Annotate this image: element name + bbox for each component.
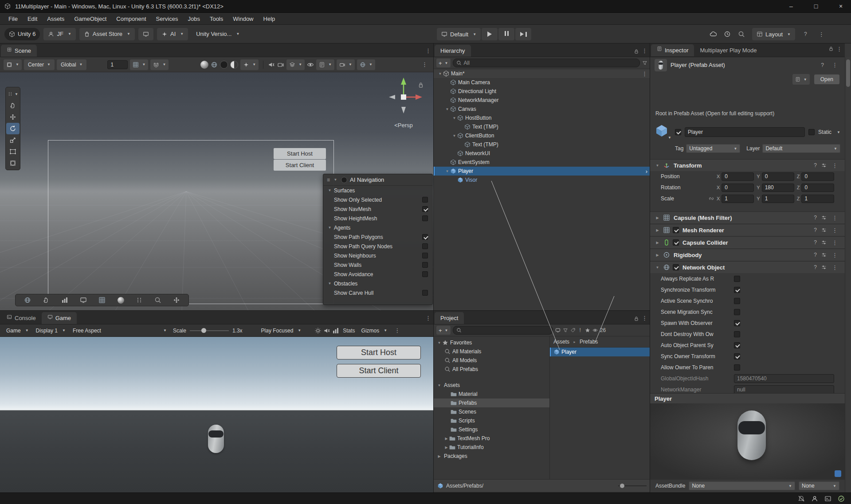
- cloud-icon[interactable]: [710, 31, 717, 38]
- help-icon[interactable]: ?: [819, 62, 826, 68]
- hierarchy-item-networkmanager[interactable]: NetworkManager: [434, 96, 650, 105]
- help-icon[interactable]: ?: [812, 227, 819, 233]
- show-path-polygons-checkbox[interactable]: [422, 234, 428, 240]
- play-focused-dropdown[interactable]: Play Focused ▼: [259, 326, 304, 336]
- orientation-dropdown[interactable]: Global ▼: [57, 59, 87, 70]
- scale-z-field[interactable]: 1: [801, 195, 834, 203]
- auto-object-parent-sync-checkbox[interactable]: [734, 342, 740, 348]
- undo-history-icon[interactable]: [724, 31, 731, 38]
- component-menu-icon[interactable]: ⋮: [829, 239, 840, 246]
- hierarchy-item-text-tmp-1[interactable]: Text (TMP): [434, 122, 650, 131]
- version-control-dropdown[interactable]: Unity Versio... ▼: [192, 28, 244, 40]
- rotation-x-field[interactable]: 0: [722, 184, 754, 192]
- tab-hierarchy[interactable]: Hierarchy: [435, 45, 471, 57]
- thumbnail-zoom-slider[interactable]: [618, 482, 647, 489]
- help-icon[interactable]: ?: [812, 215, 819, 221]
- game-toolbar-menu-icon[interactable]: ⋮: [392, 327, 403, 334]
- project-folder-textmeshpro[interactable]: ▶ TextMesh Pro: [434, 434, 549, 443]
- tab-inspector[interactable]: Inspector: [651, 44, 694, 56]
- inspector-menu-icon[interactable]: ⋮: [834, 46, 845, 52]
- play-button[interactable]: [482, 28, 498, 40]
- help-icon[interactable]: ?: [812, 252, 819, 258]
- view-tool-button[interactable]: [6, 100, 20, 111]
- orientation-icon[interactable]: [24, 297, 31, 304]
- scrollbar-thumb[interactable]: [846, 59, 850, 87]
- gizmo-lock-icon[interactable]: [418, 82, 424, 88]
- show-neighbours-checkbox[interactable]: [422, 253, 428, 258]
- properties-dropdown[interactable]: ▼: [792, 74, 810, 85]
- synchronize-transform-checkbox[interactable]: [734, 287, 740, 293]
- link-scale-icon[interactable]: [709, 196, 714, 201]
- hierarchy-item-visor[interactable]: Visor: [434, 176, 650, 184]
- show-heightmesh-checkbox[interactable]: [422, 215, 428, 221]
- component-menu-icon[interactable]: ⋮: [829, 264, 840, 271]
- tab-game[interactable]: Game: [42, 312, 77, 324]
- tools-overlay-dropdown[interactable]: ▼: [6, 88, 20, 100]
- position-x-field[interactable]: 0: [722, 172, 754, 181]
- network-object-enabled-checkbox[interactable]: [673, 264, 679, 270]
- project-packages-root[interactable]: ▶ Packages: [434, 452, 549, 461]
- scale-tool-button[interactable]: [6, 134, 20, 146]
- skybox-toggle-icon[interactable]: [211, 61, 218, 68]
- component-menu-icon[interactable]: ⋮: [829, 162, 840, 169]
- project-fav-all-models[interactable]: All Models: [434, 356, 549, 365]
- position-z-field[interactable]: 0: [801, 172, 834, 181]
- menu-item-jobs[interactable]: Jobs: [183, 13, 204, 24]
- tab-project[interactable]: Project: [435, 312, 464, 324]
- component-menu-icon[interactable]: ⋮: [829, 215, 840, 221]
- create-asset-dropdown[interactable]: + ▼: [436, 326, 451, 335]
- scene-camera-dropdown[interactable]: ▼: [337, 59, 355, 70]
- component-header-network-object[interactable]: ▼ Network Object ? ⋮: [650, 261, 845, 273]
- layers-dropdown[interactable]: ▼: [286, 59, 305, 70]
- hierarchy-item-text-tmp-2[interactable]: Text (TMP): [434, 140, 650, 149]
- hidden-count-eye-icon[interactable]: [592, 328, 598, 333]
- search-info-icon[interactable]: !: [578, 327, 583, 333]
- hierarchy-item-canvas[interactable]: ▼ Canvas: [434, 105, 650, 113]
- zoom-icon[interactable]: [154, 297, 161, 304]
- project-asset-player[interactable]: Player: [550, 348, 650, 356]
- breadcrumb-current[interactable]: Prefabs: [580, 339, 598, 345]
- collaborate-icon[interactable]: [811, 495, 818, 502]
- vsync-sun-icon[interactable]: [314, 327, 322, 334]
- asset-store-dropdown[interactable]: Asset Store ▼: [79, 28, 135, 40]
- project-assets-root[interactable]: ▼ Assets: [434, 381, 549, 390]
- camera-effects-button[interactable]: [230, 61, 238, 69]
- create-dropdown[interactable]: + ▼: [436, 59, 451, 67]
- ai-dropdown[interactable]: AI ▼: [157, 28, 188, 40]
- grid-toggle-icon[interactable]: [98, 297, 106, 304]
- presets-icon[interactable]: [821, 265, 827, 270]
- show-navmesh-checkbox[interactable]: [422, 206, 428, 212]
- show-carve-hull-checkbox[interactable]: [422, 290, 428, 296]
- component-menu-icon[interactable]: ⋮: [829, 227, 840, 234]
- menu-item-tools[interactable]: Tools: [205, 13, 228, 24]
- show-only-selected-checkbox[interactable]: [422, 197, 428, 203]
- gameobject-icon-button[interactable]: ▼: [655, 124, 671, 141]
- menu-item-assets[interactable]: Assets: [42, 13, 69, 24]
- start-client-button[interactable]: Start Client: [337, 364, 421, 378]
- maximize-button[interactable]: □: [806, 0, 826, 13]
- inspector-scrollbar[interactable]: [845, 57, 851, 492]
- scale-x-field[interactable]: 1: [722, 195, 754, 203]
- component-header-capsule-collider[interactable]: ▶ Capsule Collider ? ⋮: [650, 236, 845, 248]
- audio-mute-icon[interactable]: [268, 61, 275, 68]
- step-button[interactable]: [515, 28, 531, 40]
- foldout-icon[interactable]: ▼: [327, 188, 333, 192]
- presets-icon[interactable]: [821, 252, 827, 258]
- grid-snapping-dropdown[interactable]: ▼: [130, 59, 148, 70]
- snap-increment-field[interactable]: 1: [107, 60, 128, 69]
- pivot-dropdown[interactable]: Center ▼: [24, 59, 55, 70]
- search-filter-icon[interactable]: [642, 60, 647, 66]
- foldout-icon[interactable]: ▼: [327, 281, 333, 285]
- open-prefab-chevron[interactable]: ›: [646, 168, 647, 175]
- snap-settings-dropdown[interactable]: ▼: [150, 59, 169, 70]
- project-folder-material[interactable]: Material: [434, 390, 549, 399]
- game-gizmos-dropdown[interactable]: Gizmos ▼: [359, 326, 390, 336]
- foldout-icon[interactable]: ▶: [436, 454, 442, 458]
- shading-mode-button[interactable]: [200, 61, 208, 69]
- lock-icon[interactable]: [828, 46, 834, 51]
- pause-button[interactable]: [498, 28, 514, 40]
- hierarchy-item-clientbutton[interactable]: ▼ ClientButton: [434, 131, 650, 140]
- project-folder-prefabs[interactable]: Prefabs: [434, 399, 549, 407]
- favorites-star-icon[interactable]: [585, 328, 590, 333]
- static-checkbox[interactable]: [808, 129, 815, 135]
